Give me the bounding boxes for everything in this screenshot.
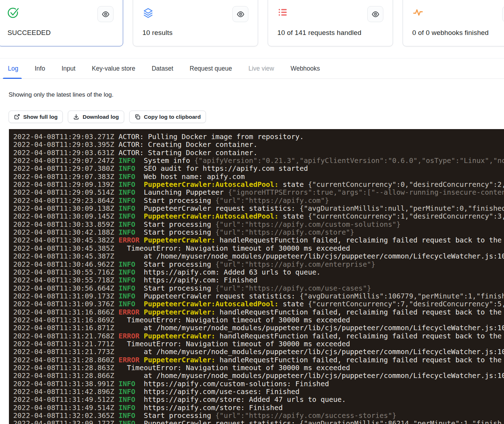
preview-eye-button[interactable] — [232, 6, 248, 22]
download-log-button[interactable]: Download log — [68, 111, 124, 123]
check-circle-icon — [7, 6, 19, 19]
tab-webhooks[interactable]: Webhooks — [291, 58, 320, 78]
tab-info[interactable]: Info — [35, 58, 45, 78]
log-line: 2022-04-08T11:30:42.188Z INFO Start proc… — [13, 229, 504, 236]
tab-live-view: Live view — [248, 58, 274, 78]
card-webhooks[interactable]: 0 of 0 webhooks finished — [403, 0, 504, 46]
log-line: 2022-04-08T11:30:09.145Z INFO PuppeteerC… — [13, 213, 504, 220]
external-link-icon — [14, 114, 20, 120]
log-line: 2022-04-08T11:30:45.385Z TimeoutError: N… — [13, 245, 504, 252]
preview-eye-button[interactable] — [502, 6, 504, 22]
log-line: 2022-04-08T11:32:02.365Z INFO Start proc… — [13, 412, 504, 420]
results-count-label: 10 results — [142, 29, 172, 37]
eye-icon — [237, 10, 245, 18]
card-run-status[interactable]: SUCCEEDED — [0, 0, 123, 46]
log-line: 2022-04-08T11:31:21.771Z TimeoutError: N… — [13, 340, 504, 348]
card-results[interactable]: 10 results — [133, 0, 258, 46]
webhooks-pulse-icon — [412, 6, 424, 19]
log-line: 2022-04-08T11:31:09.173Z INFO PuppeteerC… — [13, 292, 504, 300]
dataset-layers-icon — [142, 6, 154, 19]
log-line: 2022-04-08T11:31:42.896Z INFO https://ap… — [13, 388, 504, 396]
log-viewer[interactable]: 2022-04-08T11:29:03.271Z ACTOR: Pulling … — [9, 129, 504, 424]
log-line: 2022-04-08T11:29:23.864Z INFO Start proc… — [13, 197, 504, 205]
tab-request-queue[interactable]: Request queue — [190, 58, 232, 78]
log-line: 2022-04-08T11:31:21.773Z at /home/myuser… — [13, 348, 504, 356]
log-line: 2022-04-08T11:32:09.172Z INFO PuppeteerC… — [13, 420, 504, 424]
download-log-label: Download log — [82, 114, 119, 120]
log-notice: Showing only the latest lines of the log… — [9, 91, 114, 98]
log-line: 2022-04-08T11:30:55.716Z INFO https://ap… — [13, 269, 504, 276]
log-actions-row: Show full log Download log Copy log to c… — [9, 111, 206, 123]
log-line: 2022-04-08T11:30:09.138Z INFO PuppeteerC… — [13, 205, 504, 213]
log-line: 2022-04-08T11:31:16.866Z ERROR Puppeteer… — [13, 308, 504, 316]
log-line: 2022-04-08T11:31:28.860Z ERROR Puppeteer… — [13, 356, 504, 364]
log-line: 2022-04-08T11:31:49.514Z INFO https://ap… — [13, 404, 504, 412]
webhooks-finished-label: 0 of 0 webhooks finished — [412, 29, 489, 37]
log-line: 2022-04-08T11:31:21.768Z ERROR Puppeteer… — [13, 332, 504, 340]
log-line: 2022-04-08T11:29:03.395Z ACTOR: Creating… — [13, 141, 504, 149]
log-line: 2022-04-08T11:29:03.631Z ACTOR: Starting… — [13, 149, 504, 157]
download-icon — [73, 114, 79, 120]
card-requests-handled[interactable]: 10 of 141 requests handled — [268, 0, 393, 46]
log-line: 2022-04-08T11:31:38.991Z INFO https://ap… — [13, 380, 504, 388]
copy-log-button[interactable]: Copy log to clipboard — [129, 111, 206, 123]
show-full-log-button[interactable]: Show full log — [9, 111, 63, 123]
log-line: 2022-04-08T11:30:46.962Z INFO Start proc… — [13, 261, 504, 269]
tab-key-value-store[interactable]: Key-value store — [92, 58, 135, 78]
log-line: 2022-04-08T11:29:09.514Z INFO Launching … — [13, 189, 504, 196]
copy-icon — [135, 114, 141, 120]
copy-log-label: Copy log to clipboard — [144, 114, 201, 120]
requests-handled-label: 10 of 141 requests handled — [277, 29, 362, 37]
log-line: 2022-04-08T11:31:16.869Z TimeoutError: N… — [13, 316, 504, 324]
log-line: 2022-04-08T11:31:28.863Z TimeoutError: N… — [13, 364, 504, 372]
preview-eye-button[interactable] — [367, 6, 383, 22]
request-queue-list-icon — [277, 6, 289, 19]
log-line: 2022-04-08T11:29:07.383Z INFO Web host n… — [13, 173, 504, 181]
tab-log[interactable]: Log — [8, 58, 18, 78]
tab-bar: Log Info Input Key-value store Dataset R… — [0, 58, 504, 79]
log-line: 2022-04-08T11:30:55.718Z INFO https://ap… — [13, 276, 504, 284]
log-line: 2022-04-08T11:29:09.139Z INFO PuppeteerC… — [13, 181, 504, 189]
log-line: 2022-04-08T11:31:49.512Z INFO https://ap… — [13, 396, 504, 404]
run-detail-page: { "colors": { "accent-green": "#12a94c",… — [0, 0, 504, 424]
log-line: 2022-04-08T11:31:28.866Z at /home/myuser… — [13, 372, 504, 380]
status-cards-row: SUCCEEDED 10 results — [0, 0, 504, 46]
show-full-log-label: Show full log — [23, 114, 57, 120]
run-status-label: SUCCEEDED — [7, 29, 51, 37]
log-line: 2022-04-08T11:30:33.859Z INFO Start proc… — [13, 221, 504, 229]
log-line: 2022-04-08T11:31:09.376Z INFO PuppeteerC… — [13, 300, 504, 308]
preview-eye-button[interactable] — [97, 6, 114, 22]
tab-input[interactable]: Input — [61, 58, 75, 78]
log-line: 2022-04-08T11:31:16.871Z at /home/myuser… — [13, 324, 504, 332]
log-line: 2022-04-08T11:30:45.382Z ERROR Puppeteer… — [13, 236, 504, 244]
eye-icon — [102, 10, 110, 18]
log-line: 2022-04-08T11:30:56.664Z INFO Start proc… — [13, 285, 504, 292]
log-line: 2022-04-08T11:30:45.387Z at /home/myuser… — [13, 252, 504, 260]
eye-icon — [372, 10, 379, 18]
log-line: 2022-04-08T11:29:03.271Z ACTOR: Pulling … — [13, 133, 504, 141]
log-line: 2022-04-08T11:29:07.380Z INFO SEO audit … — [13, 165, 504, 173]
log-line: 2022-04-08T11:29:07.247Z INFO System inf… — [13, 157, 504, 165]
tab-dataset[interactable]: Dataset — [152, 58, 173, 78]
